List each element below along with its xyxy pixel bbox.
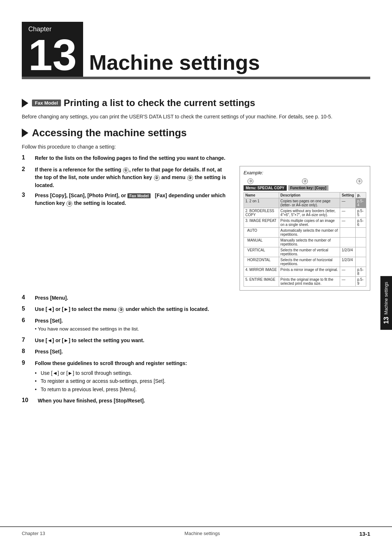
footer-section: Machine settings xyxy=(184,531,220,537)
col-description: Description xyxy=(279,192,340,198)
example-table: Name Description Setting p. 1. 2 on 1 Co… xyxy=(244,192,366,287)
chapter-title: Machine settings xyxy=(89,52,260,77)
step-5-number: 5 xyxy=(22,305,35,312)
example-label: Example: xyxy=(244,170,366,175)
bullet-2: To register a setting or access sub-sett… xyxy=(35,377,370,385)
table-row: 5. ENTIRE IMAGE Prints the original imag… xyxy=(244,276,366,286)
circle2-label: ② xyxy=(302,178,308,184)
table-row: 2. BORDERLESS COPY Copies without any bo… xyxy=(244,208,366,218)
steps-2-3-with-example: 2 If there is a reference for the settin… xyxy=(22,166,370,291)
circle1-label: ① xyxy=(356,178,363,184)
example-box: Example: ③ ② ① Menu: SPECIAL COPY Functi… xyxy=(240,166,370,291)
table-row: VERTICAL Selects the number of vertical … xyxy=(244,247,366,257)
page-footer: Chapter 13 Machine settings 13-1 xyxy=(0,526,392,540)
step-7-number: 7 xyxy=(22,337,35,343)
step-8-number: 8 xyxy=(22,348,35,355)
col-name: Name xyxy=(244,192,279,198)
step-3: 3 Press [Copy], [Scan], [Photo Print], o… xyxy=(22,192,229,207)
chapter-number: 13 xyxy=(28,33,77,77)
fn-key-box: Function key: [Copy] xyxy=(288,185,328,191)
bullet-3: To return to a previous level, press [Me… xyxy=(35,385,370,393)
step-8-text: Press [Set]. xyxy=(35,348,370,356)
step-1: 1 Refer to the lists on the following pa… xyxy=(22,154,370,162)
step-5-text: Use [◄] or [►] to select the menu ③ unde… xyxy=(35,305,370,313)
step-2-text: If there is a reference for the setting … xyxy=(35,166,229,190)
step-2: 2 If there is a reference for the settin… xyxy=(22,166,229,190)
side-tab-label: Machine settings xyxy=(384,282,389,315)
circle3-label: ③ xyxy=(247,178,254,184)
section1-arrow xyxy=(22,99,28,108)
table-row: HORIZONTAL Selects the number of horizon… xyxy=(244,257,366,267)
step-4-number: 4 xyxy=(22,294,35,301)
footer-page: 13-1 xyxy=(359,531,370,537)
step-6-content: Press [Set]. • You have now accessed the… xyxy=(35,317,370,333)
section1-intro: Before changing any settings, you can pr… xyxy=(22,113,370,121)
table-row: AUTO Automatically selects the number of… xyxy=(244,227,366,237)
step-6: 6 Press [Set]. • You have now accessed t… xyxy=(22,317,370,333)
step-1-text: Refer to the lists on the following page… xyxy=(35,154,370,162)
step-1-number: 1 xyxy=(22,154,35,161)
step-7-text: Use [◄] or [►] to select the setting you… xyxy=(35,337,370,345)
section1-title: Printing a list to check the current set… xyxy=(64,97,255,109)
bullet-1: Use [◄] or [►] to scroll through setting… xyxy=(35,369,370,377)
step-9-content: Follow these guidelines to scroll throug… xyxy=(35,360,370,393)
table-row: 1. 2 on 1 Copies two pages on one page (… xyxy=(244,198,366,208)
step-6-number: 6 xyxy=(22,317,35,324)
step-10-number: 10 xyxy=(22,397,38,404)
step-7: 7 Use [◄] or [►] to select the setting y… xyxy=(22,337,370,345)
fax-model-badge: Fax Model xyxy=(32,100,61,106)
step-9: 9 Follow these guidelines to scroll thro… xyxy=(22,360,370,393)
table-row: 3. IMAGE REPEAT Prints multiple copies o… xyxy=(244,218,366,227)
table-row: 4. MIRROR IMAGE Prints a mirror image of… xyxy=(244,267,366,276)
step-3-number: 3 xyxy=(22,192,35,207)
table-row: MANUAL Manually selects the number of re… xyxy=(244,237,366,247)
footer-chapter: Chapter 13 xyxy=(22,531,45,537)
step-5: 5 Use [◄] or [►] to select the menu ③ un… xyxy=(22,305,370,313)
section2-title: Accessing the machine settings xyxy=(32,127,187,139)
menu-label-box: Menu: SPECIAL COPY xyxy=(244,185,287,191)
step-9-number: 9 xyxy=(22,360,35,366)
col-setting: Setting xyxy=(340,192,356,198)
step-10: 10 When you have finished, press [Stop/R… xyxy=(22,397,370,405)
col-ref: p. xyxy=(356,192,366,198)
step-4-text: Press [Menu]. xyxy=(35,294,370,302)
side-tab: 13 Machine settings xyxy=(380,276,392,330)
step-4: 4 Press [Menu]. xyxy=(22,294,370,302)
step-8: 8 Press [Set]. xyxy=(22,348,370,356)
step-2-number: 2 xyxy=(22,166,35,190)
step-10-text: When you have finished, press [Stop/Rese… xyxy=(38,397,370,405)
side-tab-number: 13 xyxy=(383,317,390,324)
step-3-text: Press [Copy], [Scan], [Photo Print], or … xyxy=(35,192,229,207)
section2-arrow xyxy=(22,129,28,137)
section2-intro: Follow this procedure to change a settin… xyxy=(22,143,370,151)
